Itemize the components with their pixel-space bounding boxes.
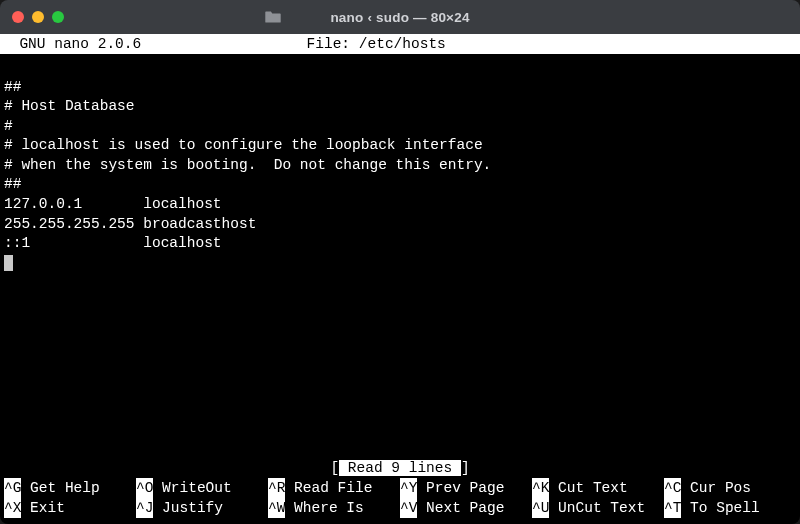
editor-line: ## [4, 79, 21, 95]
nano-footer: [ Read 9 lines ] ^G Get Help ^O WriteOut… [0, 458, 800, 524]
folder-icon [264, 10, 282, 24]
shortcut-cur-pos[interactable]: ^C Cur Pos [664, 478, 796, 498]
shortcut-writeout[interactable]: ^O WriteOut [136, 478, 268, 498]
status-message: Read 9 lines [339, 460, 461, 476]
nano-version: GNU nano 2.0.6 [2, 34, 141, 54]
shortcut-where-is[interactable]: ^W Where Is [268, 498, 400, 518]
shortcut-prev-page[interactable]: ^Y Prev Page [400, 478, 532, 498]
header-fill [446, 34, 798, 54]
editor-area[interactable]: ## # Host Database # # localhost is used… [0, 54, 800, 458]
minimize-window-button[interactable] [32, 11, 44, 23]
editor-line: ::1 localhost [4, 235, 222, 251]
shortcut-next-page[interactable]: ^V Next Page [400, 498, 532, 518]
shortcut-exit[interactable]: ^X Exit [4, 498, 136, 518]
shortcut-row-2: ^X Exit ^J Justify ^W Where Is ^V Next P… [0, 498, 800, 518]
traffic-lights [12, 11, 64, 23]
text-cursor [4, 255, 13, 271]
shortcut-uncut-text[interactable]: ^U UnCut Text [532, 498, 664, 518]
shortcut-get-help[interactable]: ^G Get Help [4, 478, 136, 498]
fullscreen-window-button[interactable] [52, 11, 64, 23]
close-window-button[interactable] [12, 11, 24, 23]
shortcut-row-1: ^G Get Help ^O WriteOut ^R Read File ^Y … [0, 478, 800, 498]
editor-line: # localhost is used to configure the loo… [4, 137, 483, 153]
nano-header-bar: GNU nano 2.0.6 File: /etc/hosts [0, 34, 800, 54]
shortcut-justify[interactable]: ^J Justify [136, 498, 268, 518]
editor-line: # [4, 118, 13, 134]
header-gap [350, 34, 359, 54]
editor-line: 127.0.0.1 localhost [4, 196, 222, 212]
file-label: File: [307, 34, 351, 54]
shortcut-read-file[interactable]: ^R Read File [268, 478, 400, 498]
shortcut-to-spell[interactable]: ^T To Spell [664, 498, 796, 518]
shortcut-cut-text[interactable]: ^K Cut Text [532, 478, 664, 498]
editor-line: # Host Database [4, 98, 135, 114]
editor-line: 255.255.255.255 broadcasthost [4, 216, 256, 232]
file-name: /etc/hosts [359, 34, 446, 54]
editor-line: ## [4, 176, 21, 192]
window-titlebar: nano ‹ sudo — 80×24 [0, 0, 800, 34]
header-spacer [141, 34, 306, 54]
terminal[interactable]: GNU nano 2.0.6 File: /etc/hosts ## # Hos… [0, 34, 800, 524]
editor-line: # when the system is booting. Do not cha… [4, 157, 491, 173]
window-title: nano ‹ sudo — 80×24 [330, 10, 469, 25]
status-line: [ Read 9 lines ] [0, 458, 800, 478]
